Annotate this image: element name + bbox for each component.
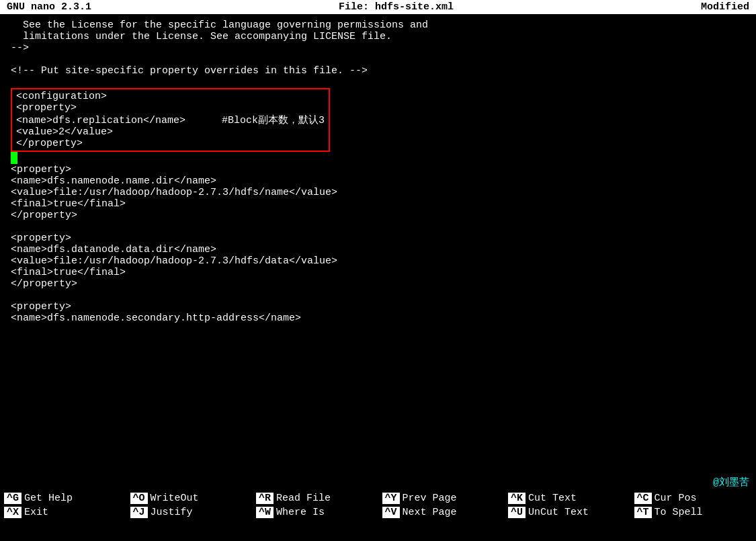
blank-line-2 [11, 77, 745, 88]
modified-status: Modified [701, 1, 749, 13]
blank-line-1 [11, 54, 745, 65]
key-cur-pos: ^C [634, 493, 652, 504]
key-justify: ^J [130, 507, 148, 518]
editor-area[interactable]: See the License for the specific languag… [0, 14, 756, 491]
label-cur-pos: Cur Pos [655, 493, 697, 504]
key-uncut-text: ^U [508, 507, 526, 518]
label-read-file: Read File [276, 493, 331, 504]
selected-region: <configuration> <property> <name>dfs.rep… [11, 88, 330, 152]
key-where-is: ^W [256, 507, 274, 518]
key-read-file: ^R [256, 493, 274, 504]
put-site-comment: <!-- Put site-specific property override… [11, 65, 745, 77]
shortcut-uncut-text[interactable]: ^U UnCut Text [504, 507, 630, 518]
shortcut-cut-text[interactable]: ^K Cut Text [504, 493, 630, 504]
cursor-line [11, 152, 745, 164]
status-bar: ^G Get Help ^O WriteOut ^R Read File ^Y … [0, 491, 756, 528]
app-name: GNU nano 2.3.1 [7, 1, 91, 13]
shortcut-justify[interactable]: ^J Justify [126, 507, 253, 518]
shortcut-where-is[interactable]: ^W Where Is [252, 507, 378, 518]
label-exit: Exit [24, 507, 48, 518]
key-cut-text: ^K [508, 493, 526, 504]
shortcut-writeout[interactable]: ^O WriteOut [126, 493, 253, 504]
key-next-page: ^V [382, 507, 400, 518]
after-cursor-text: <property> <name>dfs.namenode.name.dir</… [11, 164, 745, 324]
shortcut-exit[interactable]: ^X Exit [0, 507, 126, 518]
watermark: @刘墨苦 [713, 476, 749, 489]
key-exit: ^X [4, 507, 22, 518]
shortcut-cur-pos[interactable]: ^C Cur Pos [630, 493, 757, 504]
shortcut-row-2: ^X Exit ^J Justify ^W Where Is ^V Next P… [0, 505, 756, 519]
comment-lines: See the License for the specific languag… [11, 19, 745, 54]
shortcut-next-page[interactable]: ^V Next Page [378, 507, 505, 518]
label-justify: Justify [151, 507, 193, 518]
label-get-help: Get Help [24, 493, 73, 504]
shortcut-get-help[interactable]: ^G Get Help [0, 493, 126, 504]
label-writeout: WriteOut [151, 493, 199, 504]
label-next-page: Next Page [403, 507, 457, 518]
label-where-is: Where Is [276, 507, 325, 518]
shortcut-row-1: ^G Get Help ^O WriteOut ^R Read File ^Y … [0, 491, 756, 505]
label-uncut-text: UnCut Text [528, 507, 589, 518]
key-to-spell: ^T [634, 507, 652, 518]
key-writeout: ^O [130, 493, 148, 504]
label-prev-page: Prev Page [403, 493, 457, 504]
cursor [11, 152, 17, 164]
shortcut-to-spell[interactable]: ^T To Spell [630, 507, 757, 518]
title-bar: GNU nano 2.3.1 File: hdfs-site.xml Modif… [0, 0, 756, 14]
shortcut-read-file[interactable]: ^R Read File [252, 493, 378, 504]
key-prev-page: ^Y [382, 493, 400, 504]
label-to-spell: To Spell [655, 507, 703, 518]
label-cut-text: Cut Text [528, 493, 577, 504]
selected-text: <configuration> <property> <name>dfs.rep… [16, 91, 325, 149]
shortcut-prev-page[interactable]: ^Y Prev Page [378, 493, 505, 504]
file-name: File: hdfs-site.xml [339, 1, 454, 13]
key-get-help: ^G [4, 493, 22, 504]
